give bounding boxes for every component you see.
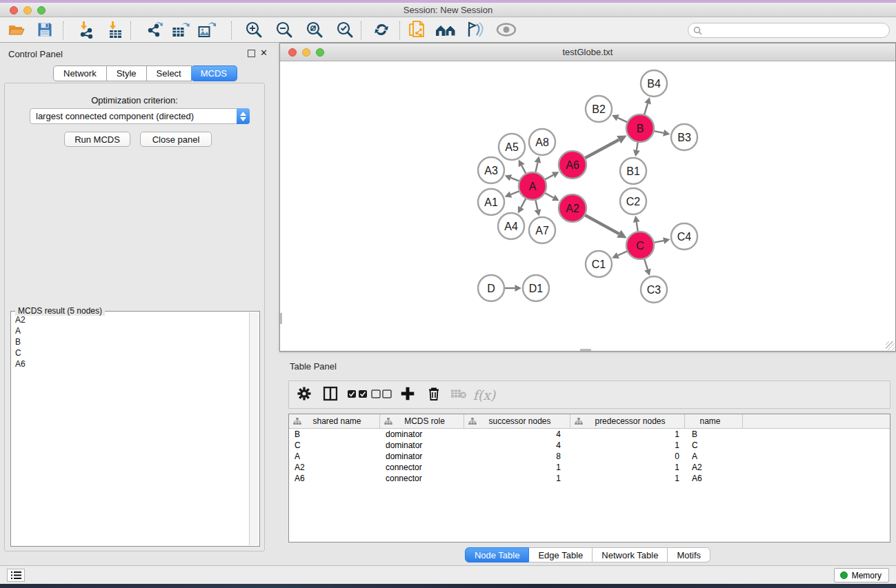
column-header-name[interactable]: name [685, 414, 743, 428]
delete-column-icon[interactable] [428, 386, 440, 403]
tab-node-table[interactable]: Node Table [465, 547, 530, 562]
save-session-icon[interactable] [37, 22, 53, 38]
table-cell: 4 [464, 429, 570, 440]
new-network-from-selection-icon[interactable] [408, 20, 426, 39]
graph-node-A1[interactable]: A1 [478, 189, 504, 215]
graph-node-label: A3 [484, 165, 498, 176]
graph-node-D1[interactable]: D1 [523, 275, 549, 301]
zoom-in-icon[interactable] [245, 21, 263, 39]
task-history-button[interactable] [7, 569, 25, 582]
column-header-predecessor-nodes[interactable]: predecessor nodes [570, 414, 685, 428]
graph-node-A3[interactable]: A3 [478, 157, 504, 183]
zoom-selected-icon[interactable] [336, 21, 354, 39]
window-resize-grip[interactable] [886, 341, 895, 350]
tab-motifs[interactable]: Motifs [668, 547, 710, 562]
export-image-icon[interactable] [198, 21, 217, 39]
graph-node-A2[interactable]: A2 [559, 194, 586, 222]
table-row[interactable]: Bdominator41B [289, 429, 890, 440]
network-window-titlebar[interactable]: testGlobe.txt [280, 43, 895, 61]
memory-button[interactable]: Memory [834, 568, 889, 582]
table-cell: dominator [380, 440, 464, 451]
graph-node-B2[interactable]: B2 [586, 96, 612, 122]
table-row[interactable]: Cdominator41C [289, 440, 890, 451]
export-table-icon[interactable] [172, 21, 190, 39]
table-settings-icon[interactable] [297, 386, 312, 404]
close-panel-button[interactable]: Close panel [140, 132, 212, 147]
mcds-result-item[interactable]: A [12, 325, 248, 336]
run-mcds-button[interactable]: Run MCDS [64, 132, 130, 147]
search-input[interactable] [705, 26, 889, 35]
graph-node-label: C3 [647, 284, 661, 296]
table-row[interactable]: A2connector11A2 [289, 462, 890, 473]
table-row[interactable]: A6connector11A6 [289, 473, 890, 484]
graph-node-B[interactable]: B [626, 114, 654, 142]
tab-edge-table[interactable]: Edge Table [529, 547, 593, 562]
mcds-result-item[interactable]: C [12, 347, 248, 358]
criterion-dropdown[interactable]: largest connected component (directed) [30, 108, 250, 124]
graph-node-label: C [636, 240, 644, 252]
graph-node-D[interactable]: D [478, 275, 504, 301]
graph-node-C4[interactable]: C4 [671, 223, 697, 250]
column-header-shared-name[interactable]: shared name [289, 414, 380, 428]
open-session-icon[interactable] [8, 22, 26, 37]
close-panel-icon[interactable]: ✕ [260, 48, 268, 58]
import-network-icon[interactable] [77, 21, 95, 39]
search-field[interactable] [688, 23, 890, 38]
import-table-icon[interactable] [106, 21, 124, 39]
hide-selected-icon[interactable] [466, 21, 484, 38]
tab-mcds[interactable]: MCDS [191, 65, 237, 81]
graph-node-C1[interactable]: C1 [586, 251, 612, 277]
mcds-result-item[interactable]: A6 [12, 358, 248, 369]
graph-node-B3[interactable]: B3 [671, 124, 697, 150]
mcds-result-item[interactable]: A2 [12, 314, 248, 325]
graph-node-label: C4 [677, 231, 692, 243]
optimization-criterion-label: Optimization criterion: [5, 95, 264, 105]
graph-node-B1[interactable]: B1 [620, 158, 646, 184]
result-scrollbar[interactable] [249, 312, 259, 545]
table-cell: 1 [464, 462, 570, 473]
zoom-out-icon[interactable] [275, 21, 293, 39]
table-cell: 0 [570, 451, 685, 462]
mcds-panel-body: Optimization criterion: largest connecte… [4, 83, 265, 551]
tab-network-table[interactable]: Network Table [593, 547, 668, 562]
graph-node-A[interactable]: A [519, 172, 546, 200]
graph-edge-arrowhead [515, 285, 522, 292]
graph-node-A6[interactable]: A6 [559, 151, 586, 179]
graph-node-C2[interactable]: C2 [620, 188, 646, 214]
graph-node-C[interactable]: C [626, 232, 654, 259]
add-column-icon[interactable] [401, 387, 415, 403]
split-view-icon[interactable] [323, 386, 338, 403]
graph-node-C3[interactable]: C3 [641, 276, 667, 303]
network-graph[interactable]: B4B2BB3A8A5A6A3B1AA1C2A2A4A7C4CC1C3DD1 [280, 61, 895, 351]
show-graphics-details-icon[interactable] [496, 23, 517, 37]
zoom-fit-icon[interactable] [306, 21, 323, 39]
graph-node-label: B3 [677, 132, 691, 143]
export-network-icon[interactable] [145, 21, 163, 39]
tab-select[interactable]: Select [147, 65, 192, 81]
network-canvas[interactable]: B4B2BB3A8A5A6A3B1AA1C2A2A4A7C4CC1C3DD1 [280, 61, 895, 351]
graph-edge-A6-B[interactable] [584, 140, 619, 159]
mcds-result-item[interactable]: B [12, 336, 248, 347]
graph-edge-A2-C[interactable] [584, 214, 619, 234]
graph-node-A8[interactable]: A8 [529, 129, 555, 155]
graph-node-B4[interactable]: B4 [641, 70, 667, 97]
column-header-MCDS-role[interactable]: MCDS role [380, 414, 464, 428]
select-all-columns-icon[interactable] [347, 389, 368, 401]
mcds-result-list[interactable]: A2ABCA6 [12, 314, 248, 545]
refresh-icon[interactable] [373, 21, 390, 38]
column-header-successor-nodes[interactable]: successor nodes [464, 414, 570, 428]
graph-node-A7[interactable]: A7 [529, 217, 555, 243]
float-panel-icon[interactable] [248, 50, 255, 57]
canvas-horizontal-scroll-indicator[interactable] [580, 349, 591, 351]
table-cell: 4 [464, 440, 570, 451]
graph-node-A5[interactable]: A5 [499, 134, 525, 160]
table-row[interactable]: Adominator80A [289, 451, 890, 462]
toolbar-separator [361, 21, 361, 39]
tab-style[interactable]: Style [107, 65, 147, 81]
deselect-all-columns-icon[interactable] [371, 389, 392, 401]
tab-network[interactable]: Network [53, 65, 107, 81]
canvas-vertical-scroll-indicator[interactable] [280, 313, 282, 324]
app-title: Session: New Session [0, 5, 896, 15]
graph-node-A4[interactable]: A4 [498, 213, 524, 239]
first-neighbors-icon[interactable] [435, 22, 458, 37]
